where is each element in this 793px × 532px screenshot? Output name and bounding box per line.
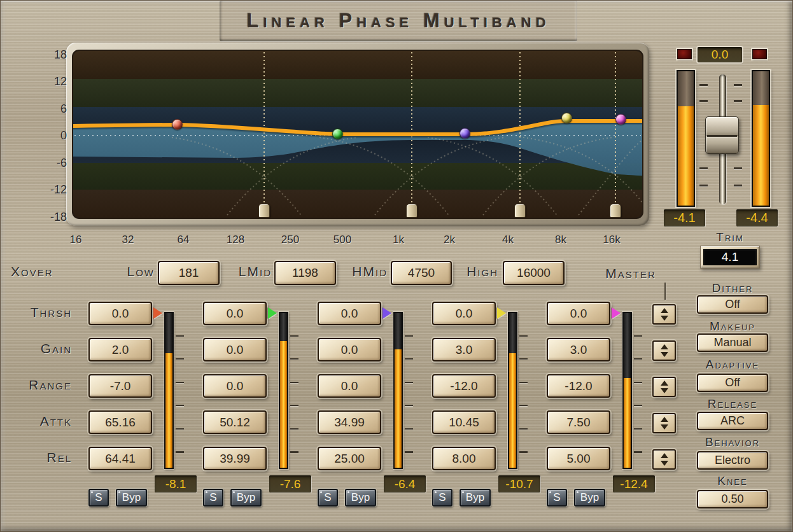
clip-indicator-left[interactable]: [677, 49, 692, 59]
spin-down-icon[interactable]: [661, 424, 668, 430]
band5-gain-value[interactable]: 3.0: [547, 338, 610, 361]
attk-label: Attk: [6, 414, 72, 429]
band3-gain-reduction-readout: -6.4: [384, 475, 426, 493]
band5-threshold-arrow[interactable]: [612, 307, 621, 319]
fader-tick: [699, 84, 708, 86]
y-tick: 6: [38, 102, 67, 116]
output-fader-readout: 0.0: [698, 47, 742, 62]
master-connector-line: [664, 283, 666, 300]
band2-gain-value[interactable]: 0.0: [203, 338, 267, 361]
fader-groove: [707, 135, 737, 137]
band5-meter-ticks: [634, 335, 642, 453]
band1-threshold-arrow[interactable]: [153, 307, 162, 319]
band5-solo-button[interactable]: S: [547, 489, 567, 507]
band4-thrsh-value[interactable]: 0.0: [432, 302, 496, 325]
band1-solo-button[interactable]: S: [88, 489, 109, 507]
band1-bypass-button[interactable]: Byp: [116, 489, 147, 507]
master-gain-spinner[interactable]: [652, 340, 676, 361]
band1-range-value[interactable]: -7.0: [88, 374, 152, 398]
band1-rel-value[interactable]: 64.41: [88, 447, 152, 470]
adaptive-button[interactable]: Off: [697, 374, 768, 392]
band2-level-meter: [279, 312, 288, 469]
fader-tick: [699, 100, 708, 102]
band5-bypass-button[interactable]: Byp: [574, 489, 605, 507]
band2-range-value[interactable]: 0.0: [203, 374, 267, 398]
band4-level-meter: [508, 312, 517, 469]
spin-up-icon[interactable]: [661, 453, 668, 458]
band4-meter-ticks: [519, 335, 528, 453]
band3-gain-value[interactable]: 0.0: [318, 338, 381, 361]
band5-attk-value[interactable]: 7.50: [547, 410, 610, 434]
dither-label: Dither: [691, 281, 774, 295]
band2-meter-ticks: [290, 335, 298, 453]
makeup-button[interactable]: Manual: [697, 333, 768, 352]
spin-up-icon[interactable]: [661, 417, 668, 422]
band4-gain-value[interactable]: 3.0: [432, 338, 496, 361]
fader-tick: [734, 167, 742, 169]
band2-gain-reduction-readout: -7.6: [269, 475, 311, 493]
band2-attk-value[interactable]: 50.12: [203, 410, 267, 434]
range-label: Range: [6, 377, 72, 393]
spin-down-icon[interactable]: [661, 388, 668, 393]
band1-gain-reduction-readout: -8.1: [155, 475, 197, 493]
band3-thrsh-value[interactable]: 0.0: [318, 302, 381, 325]
band4-column: 0.0 3.0 -12.0 10.45 8.00 -10.7 S Byp: [432, 1, 547, 532]
band3-attk-value[interactable]: 34.99: [318, 410, 381, 434]
band4-bypass-button[interactable]: Byp: [460, 489, 491, 507]
band5-level-meter: [622, 312, 632, 469]
band3-solo-button[interactable]: S: [318, 489, 338, 507]
band4-rel-value[interactable]: 8.00: [432, 447, 496, 470]
band4-gain-reduction-readout: -10.7: [498, 475, 540, 493]
spin-down-icon[interactable]: [661, 316, 668, 321]
band4-solo-button[interactable]: S: [432, 489, 453, 507]
band3-threshold-arrow[interactable]: [382, 307, 391, 319]
spin-up-icon[interactable]: [661, 308, 668, 313]
band1-gain-value[interactable]: 2.0: [88, 338, 152, 361]
master-range-spinner[interactable]: [652, 377, 676, 397]
release-button[interactable]: ARC: [697, 412, 768, 430]
knee-button[interactable]: 0.50: [697, 490, 768, 508]
y-tick: -18: [38, 211, 67, 224]
makeup-label: Makeup: [691, 319, 774, 333]
band1-thrsh-value[interactable]: 0.0: [88, 302, 152, 325]
band4-attk-value[interactable]: 10.45: [432, 410, 496, 434]
spin-up-icon[interactable]: [661, 344, 668, 349]
spin-down-icon[interactable]: [661, 461, 668, 466]
band3-bypass-button[interactable]: Byp: [345, 489, 376, 507]
band5-range-value[interactable]: -12.0: [547, 374, 610, 398]
band2-solo-button[interactable]: S: [203, 489, 223, 507]
master-rel-spinner[interactable]: [652, 449, 676, 470]
band5-rel-value[interactable]: 5.00: [547, 447, 610, 470]
fader-tick: [699, 167, 708, 169]
knee-label: Knee: [691, 474, 774, 488]
spin-up-icon[interactable]: [661, 381, 668, 386]
band5-thrsh-value[interactable]: 0.0: [547, 302, 610, 325]
master-fader-handle[interactable]: [705, 116, 739, 154]
master-attk-spinner[interactable]: [652, 413, 676, 433]
y-tick: 0: [38, 129, 67, 143]
band2-thrsh-value[interactable]: 0.0: [203, 302, 267, 325]
band3-level-meter: [393, 312, 403, 469]
band1-attk-value[interactable]: 65.16: [88, 410, 152, 434]
band3-rel-value[interactable]: 25.00: [318, 447, 381, 470]
band2-threshold-arrow[interactable]: [268, 307, 277, 319]
gain-label: Gain: [6, 341, 72, 356]
meter-readout-right: -4.4: [736, 209, 778, 227]
fader-tick: [734, 84, 742, 86]
behavior-button[interactable]: Electro: [697, 451, 768, 470]
plugin-window: Linear Phase Multiband: [0, 0, 793, 532]
band1-meter-ticks: [176, 335, 184, 453]
band2-bypass-button[interactable]: Byp: [230, 489, 262, 507]
behavior-label: Behavior: [691, 435, 774, 449]
band3-range-value[interactable]: 0.0: [318, 374, 381, 398]
band2-rel-value[interactable]: 39.99: [203, 447, 267, 470]
master-thrsh-spinner[interactable]: [652, 304, 676, 325]
y-tick: -6: [38, 157, 67, 170]
thrsh-label: Thrsh: [6, 305, 72, 320]
band4-range-value[interactable]: -12.0: [432, 374, 496, 398]
clip-indicator-right[interactable]: [752, 49, 767, 59]
dither-button[interactable]: Off: [697, 295, 768, 314]
band1-level-meter: [164, 312, 174, 469]
band4-threshold-arrow[interactable]: [497, 307, 506, 319]
spin-down-icon[interactable]: [661, 352, 668, 357]
